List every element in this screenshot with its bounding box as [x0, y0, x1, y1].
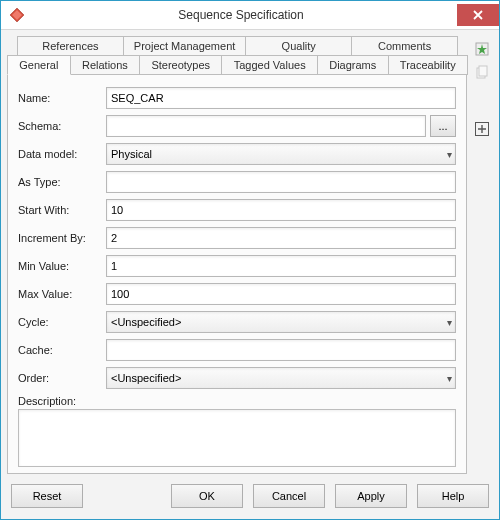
tab-tagged-values[interactable]: Tagged Values	[221, 55, 318, 75]
name-label: Name:	[18, 92, 100, 104]
as-type-input[interactable]	[106, 171, 456, 193]
tab-relations[interactable]: Relations	[70, 55, 140, 75]
cycle-combo[interactable]: ▾	[106, 311, 456, 333]
tab-diagrams[interactable]: Diagrams	[317, 55, 389, 75]
svg-rect-5	[479, 66, 487, 76]
min-value-label: Min Value:	[18, 260, 100, 272]
add-square-icon[interactable]	[473, 120, 491, 138]
name-input[interactable]	[106, 87, 456, 109]
schema-label: Schema:	[18, 120, 100, 132]
order-combo[interactable]: ▾	[106, 367, 456, 389]
start-with-input[interactable]	[106, 199, 456, 221]
cache-label: Cache:	[18, 344, 100, 356]
window-title: Sequence Specification	[25, 8, 457, 22]
description-label: Description:	[18, 395, 456, 407]
data-model-combo[interactable]: ▾	[106, 143, 456, 165]
reset-button[interactable]: Reset	[11, 484, 83, 508]
cache-input[interactable]	[106, 339, 456, 361]
chevron-down-icon: ▾	[447, 367, 452, 389]
order-label: Order:	[18, 372, 100, 384]
close-button[interactable]	[457, 4, 499, 26]
schema-browse-button[interactable]: ...	[430, 115, 456, 137]
copy-icon[interactable]	[473, 64, 491, 82]
cycle-label: Cycle:	[18, 316, 100, 328]
ok-button[interactable]: OK	[171, 484, 243, 508]
app-icon	[9, 7, 25, 23]
titlebar: Sequence Specification	[1, 1, 499, 30]
tab-area: References Project Management Quality Co…	[7, 36, 467, 75]
schema-input[interactable]	[106, 115, 426, 137]
min-value-input[interactable]	[106, 255, 456, 277]
footer: Reset OK Cancel Apply Help	[1, 478, 499, 519]
tab-quality[interactable]: Quality	[245, 36, 352, 55]
tab-general[interactable]: General	[7, 55, 71, 75]
tab-stereotypes[interactable]: Stereotypes	[139, 55, 222, 75]
max-value-label: Max Value:	[18, 288, 100, 300]
pin-star-icon[interactable]	[473, 40, 491, 58]
tab-traceability[interactable]: Traceability	[388, 55, 468, 75]
order-value[interactable]	[106, 367, 456, 389]
description-textarea[interactable]	[18, 409, 456, 467]
cycle-value[interactable]	[106, 311, 456, 333]
help-button[interactable]: Help	[417, 484, 489, 508]
apply-button[interactable]: Apply	[335, 484, 407, 508]
tab-comments[interactable]: Comments	[351, 36, 458, 55]
chevron-down-icon: ▾	[447, 311, 452, 333]
cancel-button[interactable]: Cancel	[253, 484, 325, 508]
chevron-down-icon: ▾	[447, 143, 452, 165]
start-with-label: Start With:	[18, 204, 100, 216]
general-panel: Name: Schema: ... Data model: ▾ As Type:	[7, 74, 467, 474]
data-model-value[interactable]	[106, 143, 456, 165]
increment-by-input[interactable]	[106, 227, 456, 249]
data-model-label: Data model:	[18, 148, 100, 160]
increment-by-label: Increment By:	[18, 232, 100, 244]
tab-project-management[interactable]: Project Management	[123, 36, 247, 55]
as-type-label: As Type:	[18, 176, 100, 188]
tab-references[interactable]: References	[17, 36, 124, 55]
max-value-input[interactable]	[106, 283, 456, 305]
